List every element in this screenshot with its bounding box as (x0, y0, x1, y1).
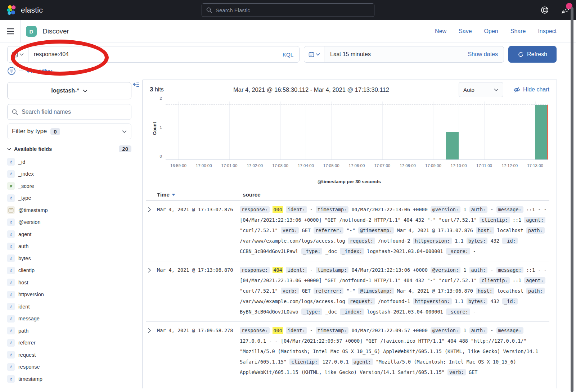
global-search-input[interactable]: Search Elastic (202, 3, 374, 17)
field-item-host[interactable]: thost (7, 276, 131, 289)
field-item-_type[interactable]: t_type (7, 192, 131, 204)
field-item-_id[interactable]: t_id (7, 156, 131, 168)
show-dates-button[interactable]: Show dates (468, 51, 504, 58)
gridline-vertical (433, 102, 433, 159)
field-name: message (18, 316, 40, 321)
global-header: elastic Search Elastic (0, 0, 576, 20)
gridline-vertical (331, 102, 332, 159)
field-item-_index[interactable]: t_index (7, 168, 131, 180)
field-label-pill: _score: (446, 248, 470, 254)
field-value: - (310, 328, 313, 333)
x-tick-label: 17:03:00 (272, 163, 288, 168)
field-search-input[interactable]: Search field names (7, 104, 131, 120)
field-value: "curl/7.52.1" (240, 227, 278, 233)
field-value: 04/Mar/2021:22:13:06 +0000 (351, 207, 427, 212)
help-icon[interactable] (540, 5, 549, 15)
save-button[interactable]: Save (459, 28, 472, 35)
field-value: - (490, 267, 493, 273)
brand-name: elastic (21, 6, 43, 14)
date-field-icon (7, 206, 15, 214)
field-item-agent[interactable]: tagent (7, 228, 131, 240)
highlighted-value: 404 (273, 327, 283, 334)
query-language-button[interactable]: KQL (283, 51, 299, 58)
field-item-clientip[interactable]: tclientip (7, 265, 131, 277)
field-item-path[interactable]: tpath (7, 325, 131, 337)
elastic-logo[interactable]: elastic (6, 5, 43, 15)
time-column-header[interactable]: Time (157, 192, 240, 198)
field-label-pill: message: (496, 206, 523, 213)
table-row: Mar 4, 2021 @ 17:13:07.876response: 404 … (146, 201, 549, 261)
expand-row-button[interactable] (146, 325, 157, 378)
scrollbar-thumb[interactable] (571, 7, 573, 392)
field-item-_score[interactable]: #_score (7, 180, 131, 192)
interval-select[interactable]: Auto (459, 82, 503, 97)
field-label-pill: verb: (281, 227, 299, 234)
field-label-pill: auth: (469, 206, 488, 213)
field-item-auth[interactable]: tauth (7, 240, 131, 253)
field-item-response[interactable]: tresponse (7, 361, 131, 373)
field-search-placeholder: Search field names (22, 109, 71, 115)
newsfeed-icon[interactable] (560, 5, 570, 15)
field-label-pill: @version: (431, 327, 460, 334)
elastic-logo-icon (6, 5, 17, 15)
histogram-bar-17:13:00[interactable] (535, 105, 548, 159)
field-item-message[interactable]: tmessage (7, 313, 131, 325)
field-item-@version[interactable]: t@version (7, 216, 131, 229)
add-filter-button[interactable]: + Add filter (27, 68, 52, 74)
hide-chart-button[interactable]: Hide chart (513, 86, 549, 93)
field-item-ident[interactable]: tident (7, 301, 131, 313)
inspect-button[interactable]: Inspect (538, 28, 557, 35)
gridline-vertical (306, 102, 306, 159)
x-axis-title: @timestamp per 30 seconds (150, 179, 549, 184)
field-label-pill: timestamp: (316, 267, 348, 273)
filter-bar: + Add filter (0, 64, 576, 80)
field-label-pill: _id: (502, 238, 518, 244)
date-picker[interactable]: Last 15 minutes Show dates (304, 46, 504, 63)
field-label-pill: verb: (447, 369, 466, 375)
index-pattern-select[interactable]: logstash-* (7, 82, 131, 99)
new-button[interactable]: New (435, 28, 446, 35)
field-label-pill: ident: (286, 267, 307, 273)
text-field-icon: t (7, 339, 15, 347)
x-tick-label: 17:01:00 (221, 163, 238, 168)
field-item-referrer[interactable]: treferrer (7, 337, 131, 349)
field-label-pill: ident: (286, 206, 307, 213)
search-icon (12, 109, 18, 115)
saved-query-menu-button[interactable] (8, 46, 28, 62)
y-tick-label: 2 (160, 96, 162, 100)
filter-by-type-select[interactable]: Filter by type 0 (7, 123, 131, 139)
field-value: CCBN_3cB04dGovJLPawl (240, 248, 298, 254)
field-name: _score (18, 183, 34, 189)
field-value: - (473, 309, 476, 315)
field-label-pill: referrer: (314, 288, 343, 294)
refresh-icon (518, 51, 524, 58)
field-value: /var/www/example.com/logs/access.log (240, 238, 345, 244)
histogram-bar-17:09:30[interactable] (446, 132, 459, 159)
refresh-button[interactable]: Refresh (508, 46, 557, 63)
expand-row-button[interactable] (146, 265, 157, 317)
field-item-bytes[interactable]: tbytes (7, 252, 131, 265)
x-tick-label: 17:08:00 (400, 163, 416, 168)
query-input[interactable]: response:404 KQL (7, 46, 300, 63)
time-range-value[interactable]: Last 15 minutes (324, 51, 371, 58)
field-label-pill: _id: (502, 298, 518, 305)
text-field-icon: t (7, 194, 15, 202)
available-fields-count: 20 (119, 145, 131, 152)
field-item-httpversion[interactable]: thttpversion (7, 289, 131, 301)
available-fields-header[interactable]: Available fields 20 (7, 145, 131, 152)
field-value: - (490, 207, 493, 212)
menu-icon[interactable] (0, 20, 21, 42)
date-quick-select-button[interactable] (304, 46, 324, 62)
field-label-pill: host: (476, 227, 494, 234)
field-item-@timestamp[interactable]: @timestamp (7, 204, 131, 216)
filter-icon[interactable] (7, 67, 16, 75)
global-search-placeholder: Search Elastic (216, 7, 250, 13)
open-button[interactable]: Open (484, 28, 498, 35)
field-item-request[interactable]: trequest (7, 349, 131, 361)
expand-row-button[interactable] (146, 204, 157, 257)
text-field-icon: t (7, 375, 15, 383)
field-item-timestamp[interactable]: ttimestamp (7, 373, 131, 385)
field-label-pill: _type: (301, 308, 323, 315)
collapse-sidebar-icon[interactable] (133, 81, 140, 87)
share-button[interactable]: Share (510, 28, 526, 35)
